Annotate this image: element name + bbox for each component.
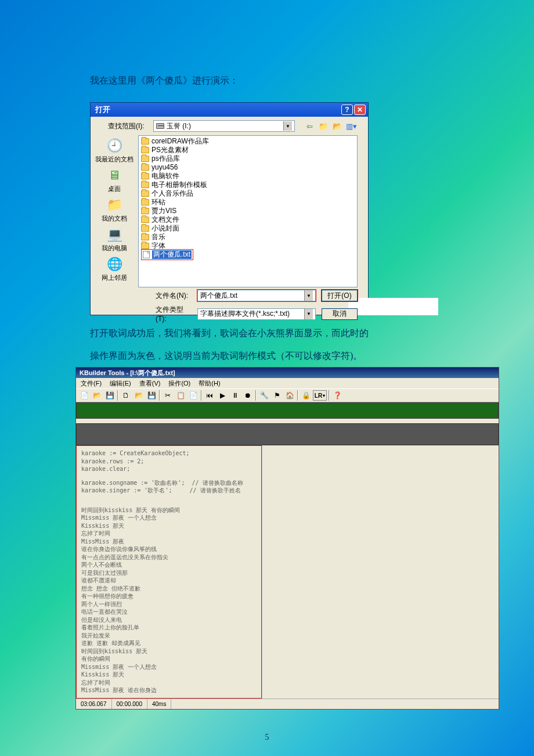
place-my-documents[interactable]: 📁 我的文档: [102, 197, 127, 223]
list-item[interactable]: 贾力VIS: [141, 207, 355, 215]
list-item[interactable]: 个人音乐作品: [141, 189, 355, 198]
status-time-2: 00:00.000: [112, 699, 148, 709]
filetype-label: 文件类型(T):: [156, 305, 192, 323]
back-icon[interactable]: ⇦: [304, 121, 315, 131]
filename-input[interactable]: 两个傻瓜.txt ▼: [197, 290, 316, 301]
chevron-down-icon: ▼: [304, 309, 313, 319]
places-bar: 🕘 我最近的文档 🖥 桌面 📁 我的文档 💻 我的电脑 🌐 网上邻: [91, 135, 138, 287]
list-item[interactable]: 电子相册制作模板: [141, 181, 355, 189]
list-item[interactable]: 小说封面: [141, 224, 355, 233]
place-recent[interactable]: 🕘 我最近的文档: [95, 138, 134, 164]
page-number: 5: [0, 710, 534, 742]
new2-icon[interactable]: 🗋: [120, 390, 132, 401]
lr-button[interactable]: LR▾: [313, 390, 327, 401]
place-network[interactable]: 🌐 网上邻居: [102, 256, 127, 282]
open2-icon[interactable]: 📂: [133, 390, 145, 401]
folder-icon: [141, 225, 149, 232]
status-ms: 40ms: [147, 699, 171, 709]
preview-band-bottom: [76, 423, 499, 445]
list-item[interactable]: ps作品库: [141, 154, 355, 163]
list-item[interactable]: 电脑软件: [141, 172, 355, 181]
body-text-2: 操作界面为灰色，这说明当前为歌词制作模式（不可以修改字符)。: [0, 345, 534, 367]
my-computer-icon: 💻: [105, 226, 124, 243]
kbuilder-titlebar: KBuilder Tools - [I:\两个傻瓜.txt]: [76, 368, 499, 378]
home-icon[interactable]: 🏠: [284, 390, 295, 401]
list-item[interactable]: 环钻: [141, 198, 355, 207]
new-icon[interactable]: 📄: [78, 390, 90, 401]
list-item[interactable]: yuyu456: [141, 163, 355, 172]
folder-icon: [141, 217, 149, 223]
rewind-icon[interactable]: ⏮: [204, 390, 215, 401]
tool-icon[interactable]: 🔧: [258, 390, 270, 401]
paste-icon[interactable]: 📄: [187, 390, 199, 401]
open-icon[interactable]: 📂: [91, 390, 103, 401]
kbuilder-window: KBuilder Tools - [I:\两个傻瓜.txt] 文件(F) 编辑(…: [75, 367, 499, 710]
cut-icon[interactable]: ✂: [162, 390, 174, 401]
intro-text: 我在这里用《两个傻瓜》进行演示：: [0, 70, 534, 92]
body-text-1: 打开歌词成功后，我们将看到，歌词会在小灰熊界面显示，而此时的: [0, 322, 534, 344]
dialog-title: 打开: [95, 105, 110, 115]
preview-band-top: [76, 402, 499, 419]
record-icon[interactable]: ⏺: [242, 390, 254, 401]
chevron-down-icon: ▼: [283, 121, 292, 131]
folder-icon: [141, 208, 149, 214]
dialog-titlebar: 打开 ? ✕: [91, 103, 368, 117]
list-item[interactable]: 文档文件: [141, 215, 355, 224]
menu-help[interactable]: 帮助(H): [199, 379, 220, 388]
folder-icon: [141, 182, 149, 188]
menu-view[interactable]: 查看(V): [139, 379, 161, 388]
desktop-icon: 🖥: [105, 167, 124, 183]
folder-icon: [141, 156, 149, 162]
folder-icon: [141, 234, 149, 240]
list-item[interactable]: coreIDRAW作品库: [141, 137, 355, 146]
lyrics-panel: karaoke := CreateKaraokeObject; karaoke.…: [76, 445, 262, 699]
status-time-1: 03:06.067: [76, 699, 112, 709]
open-file-dialog: 打开 ? ✕ 查找范围(I): 玉誉 (I:) ▼ ⇦ 📁 📂 ▥▾ 🕘: [90, 102, 369, 315]
help-button[interactable]: ?: [341, 105, 353, 115]
right-panel: [262, 445, 499, 699]
menu-file[interactable]: 文件(F): [81, 379, 102, 388]
open-button[interactable]: 打开(O): [322, 290, 358, 301]
network-places-icon: 🌐: [105, 256, 124, 272]
folder-icon: [141, 138, 149, 145]
close-button[interactable]: ✕: [354, 105, 366, 115]
folder-icon: [141, 164, 149, 171]
flag-icon[interactable]: ⚑: [271, 390, 283, 401]
save2-icon[interactable]: 💾: [146, 390, 157, 401]
file-list[interactable]: coreIDRAW作品库 PS光盘素材 ps作品库 yuyu456 电脑软件 电…: [138, 135, 358, 287]
list-item[interactable]: PS光盘素材: [141, 146, 355, 154]
folder-icon: [141, 243, 149, 249]
folder-icon: [141, 173, 149, 179]
view-menu-icon[interactable]: ▥▾: [346, 121, 356, 131]
list-item[interactable]: 音乐: [141, 233, 355, 242]
kbuilder-title: KBuilder Tools - [I:\两个傻瓜.txt]: [80, 369, 175, 377]
filetype-dropdown[interactable]: 字幕描述脚本文件(*.ksc;*.txt) ▼: [197, 308, 316, 320]
text-file-icon: [143, 251, 150, 258]
decorative-white-block: [348, 298, 438, 315]
lookin-dropdown[interactable]: 玉誉 (I:) ▼: [153, 120, 295, 132]
lock-icon[interactable]: 🔒: [300, 390, 312, 401]
copy-icon[interactable]: 📋: [175, 390, 186, 401]
help-icon[interactable]: ❓: [331, 390, 343, 401]
play-icon[interactable]: ▶: [217, 390, 228, 401]
place-desktop[interactable]: 🖥 桌面: [105, 167, 124, 193]
save-icon[interactable]: 💾: [104, 390, 116, 401]
list-item-selected[interactable]: 两个傻瓜.txt: [141, 250, 355, 259]
cancel-button[interactable]: 取消: [322, 308, 358, 320]
menu-edit[interactable]: 编辑(E): [110, 379, 131, 388]
filename-label: 文件名(N):: [156, 291, 192, 301]
folder-icon: [141, 190, 149, 197]
pause-icon[interactable]: ⏸: [229, 390, 241, 401]
toolbar: 📄 📂 💾 🗋 📂 💾 ✂ 📋 📄 ⏮ ▶ ⏸ ⏺ 🔧 ⚑ 🏠 🔒 LR▾ ❓: [76, 388, 499, 402]
menu-bar: 文件(F) 编辑(E) 查看(V) 操作(O) 帮助(H): [76, 378, 499, 388]
place-my-computer[interactable]: 💻 我的电脑: [102, 226, 127, 253]
new-folder-icon[interactable]: 📂: [332, 121, 342, 131]
chevron-down-icon: ▼: [304, 290, 313, 301]
menu-operate[interactable]: 操作(O): [168, 379, 190, 388]
status-bar: 03:06.067 00:00.000 40ms: [76, 699, 499, 709]
up-folder-icon[interactable]: 📁: [318, 121, 329, 131]
recent-docs-icon: 🕘: [105, 138, 124, 154]
folder-icon: [141, 199, 149, 206]
my-documents-icon: 📁: [105, 197, 124, 213]
lookin-value: 玉誉 (I:): [167, 121, 191, 131]
